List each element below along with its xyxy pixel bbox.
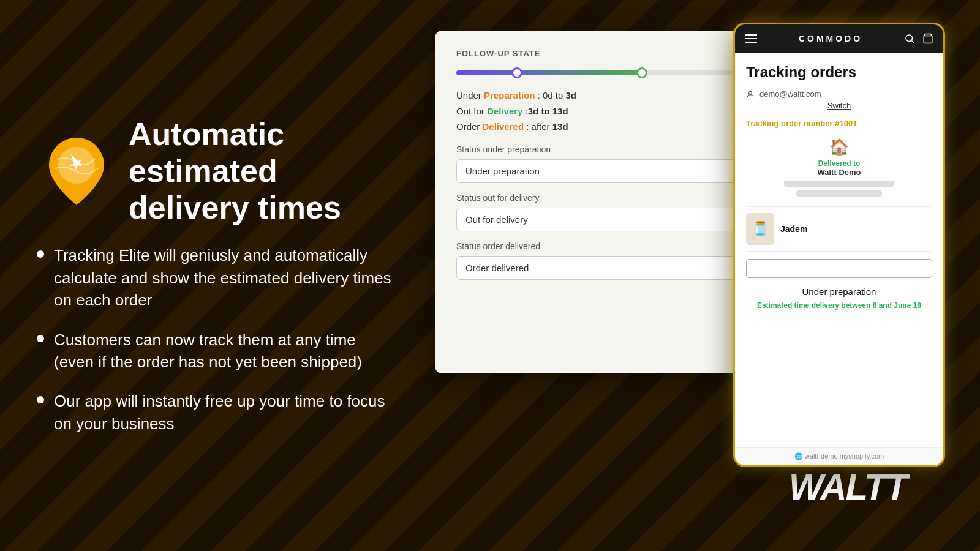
product-name: Jadem (780, 224, 807, 234)
user-email: demo@waltt.com (760, 89, 821, 99)
bullet-text-3: Our app will instantly free up your time… (54, 390, 392, 435)
topbar-icons (904, 33, 933, 44)
phone-footer: 🌐 waltt-demo.myshopify.com (735, 447, 943, 465)
cart-icon[interactable] (922, 33, 933, 44)
order-number-row: Tracking order number #1001 (746, 119, 932, 128)
user-row: demo@waltt.com (746, 89, 932, 99)
slider-thumb-right[interactable] (636, 67, 647, 78)
user-icon (746, 90, 755, 99)
bullet-dot-1 (37, 250, 44, 258)
delivered-to-label: Delivered to (746, 159, 932, 168)
tracking-title: Tracking orders (746, 64, 932, 81)
delivered-name: Waltt Demo (746, 168, 932, 177)
phone-topbar: COMMODO (735, 24, 943, 53)
bullet-item-2: Customers can now track them at any time… (37, 329, 392, 373)
footer-url-text: waltt-demo.myshopify.com (805, 452, 884, 460)
bullet-item-1: Tracking Elite will geniusly and automat… (37, 244, 392, 311)
estimated-time-label: Estimated time delivery between 8 and Ju… (746, 301, 932, 311)
bullet-dot-2 (37, 335, 44, 342)
under-preparation-label: Under preparation (746, 287, 932, 297)
hamburger-menu-icon[interactable] (745, 34, 757, 43)
slider-thumb-left[interactable] (511, 67, 522, 78)
svg-point-5 (749, 91, 752, 94)
svg-point-2 (906, 35, 913, 42)
right-panel: FOLLOW-UP STATE Under Preparation : 0d t… (417, 24, 943, 527)
bullet-text-1: Tracking Elite will geniusly and automat… (54, 244, 392, 311)
phone-body: Tracking orders demo@waltt.com Switch Tr… (735, 53, 943, 447)
main-title: Automatic estimated delivery times (129, 116, 392, 226)
order-label: Tracking order number (746, 119, 833, 128)
bullet-text-2: Customers can now track them at any time… (54, 329, 392, 373)
header-row: Automatic estimated delivery times (37, 116, 392, 226)
product-row: 🫙 Jadem (746, 206, 932, 252)
blurred-address-1 (784, 181, 894, 187)
search-icon[interactable] (904, 33, 915, 44)
topbar-brand: COMMODO (799, 34, 862, 43)
highlight-delivery: Delivery (487, 106, 522, 116)
bullet-list: Tracking Elite will geniusly and automat… (37, 244, 392, 435)
highlight-delivered: Delivered (483, 121, 524, 132)
phone-status-input[interactable] (746, 259, 932, 278)
highlight-preparation: Preparation (484, 90, 535, 100)
blurred-address-2 (796, 190, 882, 197)
footer-url: 🌐 (794, 452, 803, 460)
waltt-logo-icon (37, 132, 116, 211)
phone-card: COMMODO Tracking orders (735, 24, 943, 465)
delivered-box: 🏠 Delivered to Waltt Demo (746, 138, 932, 197)
order-number: #1001 (835, 119, 857, 128)
slider-fill (456, 70, 642, 75)
status-input-row (746, 259, 932, 283)
svg-line-3 (911, 40, 914, 43)
switch-link[interactable]: Switch (746, 101, 932, 110)
left-panel: Automatic estimated delivery times Track… (37, 24, 392, 527)
waltt-brand-logo: WALTT (789, 466, 907, 508)
bullet-item-3: Our app will instantly free up your time… (37, 390, 392, 435)
product-thumbnail: 🫙 (746, 213, 774, 245)
home-icon: 🏠 (746, 138, 932, 157)
bullet-dot-3 (37, 396, 44, 403)
